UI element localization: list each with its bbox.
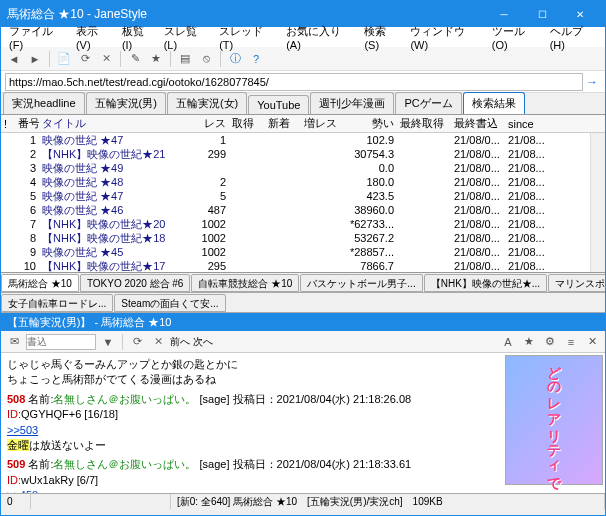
tab-olym-m[interactable]: 五輪実況(男) [86, 92, 166, 114]
status-bar: 0 [新0: 全640] 馬術総合 ★10 [五輪実況(男)/実況ch] 109… [1, 493, 605, 509]
col-since[interactable]: since [505, 118, 549, 130]
fwd-icon[interactable]: ► [26, 50, 44, 68]
table-row[interactable]: 3映像の世紀 ★490.021/08/0...21/08... [1, 161, 605, 175]
menu-thread[interactable]: スレッド(T) [215, 22, 280, 53]
menu-help[interactable]: ヘルプ(H) [546, 22, 601, 53]
col-res[interactable]: レス [189, 116, 229, 131]
post-body: じゃじゃ馬ぐるーみんアップとか銀の匙とかに ちょこっと馬術部がでてくる漫画はある… [7, 357, 467, 388]
menubar: ファイル(F) 表示(V) 板覧(I) スレ覧(L) スレッド(T) お気に入り… [1, 27, 605, 47]
thread-tab[interactable]: 自転車競技総合 ★10 [191, 274, 299, 292]
post-id-label: ID: [7, 408, 21, 420]
table-row[interactable]: 5映像の世紀 ★475423.521/08/0...21/08... [1, 189, 605, 203]
col-mark[interactable]: ! [1, 118, 15, 130]
menu-threadlist[interactable]: スレ覧(L) [160, 22, 214, 53]
ad-image[interactable]: どのレアリティで [505, 355, 603, 485]
reload-icon[interactable]: ⟳ [128, 333, 146, 351]
col-inc[interactable]: 増レス [301, 116, 337, 131]
menu-search[interactable]: 検索(S) [360, 22, 404, 53]
post-number[interactable]: 508 [7, 393, 25, 405]
tab-manga[interactable]: 週刊少年漫画 [310, 92, 394, 114]
board-tabs: 実況headline 五輪実況(男) 五輪実況(女) YouTube 週刊少年漫… [1, 93, 605, 115]
go-button[interactable]: → [583, 75, 601, 89]
next-button[interactable]: 次へ [193, 335, 213, 349]
thread-tab[interactable]: TOKYO 2020 総合 #6 [80, 274, 191, 292]
write-icon[interactable]: ✎ [126, 50, 144, 68]
status-blank [31, 494, 171, 509]
menu-window[interactable]: ウィンドウ(W) [406, 22, 485, 53]
tab-pcgame[interactable]: PCゲーム [395, 92, 461, 114]
reader-toolbar: ✉ ▼ ⟳ ⨯ 前へ 次へ A ★ ⚙ ≡ ✕ [1, 331, 605, 353]
stop2-icon[interactable]: ⨯ [149, 333, 167, 351]
post-number[interactable]: 509 [7, 458, 25, 470]
tool-fav-icon[interactable]: ★ [520, 333, 538, 351]
table-row[interactable]: 7【NHK】映像の世紀★201002*62733...21/08/0...21/… [1, 217, 605, 231]
star-icon[interactable]: ★ [147, 50, 165, 68]
status-1: 0 [1, 494, 31, 509]
col-pow[interactable]: 勢い [337, 116, 397, 131]
list-rows: 1映像の世紀 ★471102.921/08/0...21/08...2【NHK】… [1, 133, 605, 273]
table-row[interactable]: 6映像の世紀 ★4648738960.021/08/0...21/08... [1, 203, 605, 217]
back-icon[interactable]: ◄ [5, 50, 23, 68]
stop-icon[interactable]: ⨯ [97, 50, 115, 68]
post-name[interactable]: 名無しさん＠お腹いっぱい。 [53, 458, 196, 470]
tab-search-result[interactable]: 検索結果 [463, 92, 525, 114]
tab-headline[interactable]: 実況headline [3, 92, 85, 114]
info-icon[interactable]: ⓘ [226, 50, 244, 68]
post-id-label: ID: [7, 474, 21, 486]
anchor-link[interactable]: >>503 [7, 424, 38, 436]
col-lw[interactable]: 最終書込 [451, 116, 505, 131]
anchor-link[interactable]: >>458 [7, 489, 38, 493]
search-down-icon[interactable]: ▼ [99, 333, 117, 351]
menu-tools[interactable]: ツール(O) [488, 22, 544, 53]
menu-board[interactable]: 板覧(I) [118, 22, 158, 53]
doc-icon[interactable]: 📄 [55, 50, 73, 68]
thread-tabs-1: 馬術総合 ★10 TOKYO 2020 総合 #6 自転車競技総合 ★10 バス… [1, 273, 605, 293]
reply-icon[interactable]: ✉ [5, 333, 23, 351]
thread-tab[interactable]: Steamの面白くて安... [114, 294, 225, 312]
thread-content[interactable]: どのレアリティで じゃじゃ馬ぐるーみんアップとか銀の匙とかに ちょこっと馬術部が… [1, 353, 605, 493]
url-bar: → [1, 71, 605, 93]
table-row[interactable]: 9映像の世紀 ★451002*28857...21/08/0...21/08..… [1, 245, 605, 259]
col-get[interactable]: 取得 [229, 116, 265, 131]
prev-button[interactable]: 前へ [170, 335, 190, 349]
reader-search-input[interactable] [26, 334, 96, 350]
post-509: 509 名前:名無しさん＠お腹いっぱい。 [sage] 投稿日：2021/08/… [7, 457, 467, 493]
refresh-icon[interactable]: ⟳ [76, 50, 94, 68]
thread-tab[interactable]: マリンスポーツ総合 P... [548, 274, 605, 292]
list-scrollbar[interactable] [590, 133, 605, 272]
col-new[interactable]: 新着 [265, 116, 301, 131]
thread-list: ! 番号 タイトル レス 取得 新着 増レス 勢い 最終取得 最終書込 sinc… [1, 115, 605, 273]
table-row[interactable]: 2【NHK】映像の世紀★2129930754.321/08/0...21/08.… [1, 147, 605, 161]
table-row[interactable]: 8【NHK】映像の世紀★18100253267.221/08/0...21/08… [1, 231, 605, 245]
thread-title-bar: 【五輪実況(男)】 - 馬術総合 ★10 [1, 313, 605, 331]
table-row[interactable]: 1映像の世紀 ★471102.921/08/0...21/08... [1, 133, 605, 147]
post-name[interactable]: 名無しさん＠お腹いっぱい。 [53, 393, 196, 405]
col-title[interactable]: タイトル [39, 116, 189, 131]
abone-icon[interactable]: ⦸ [197, 50, 215, 68]
table-row[interactable]: 4映像の世紀 ★482180.021/08/0...21/08... [1, 175, 605, 189]
tab-olym-f[interactable]: 五輪実況(女) [167, 92, 247, 114]
col-last[interactable]: 最終取得 [397, 116, 451, 131]
help-icon[interactable]: ? [247, 50, 265, 68]
list-header: ! 番号 タイトル レス 取得 新着 増レス 勢い 最終取得 最終書込 sinc… [1, 115, 605, 133]
tool-x-icon[interactable]: ✕ [583, 333, 601, 351]
tab-youtube[interactable]: YouTube [248, 95, 309, 114]
menu-file[interactable]: ファイル(F) [5, 22, 70, 53]
status-info: [新0: 全640] 馬術総合 ★10 [五輪実況(男)/実況ch] 109KB [171, 494, 605, 509]
table-row[interactable]: 10【NHK】映像の世紀★172957866.721/08/0...21/08.… [1, 259, 605, 273]
menu-fav[interactable]: お気に入り(A) [282, 22, 358, 53]
thread-tab[interactable]: 女子自転車ロードレ... [1, 294, 113, 312]
post-id[interactable]: QGYHQF+6 [21, 408, 81, 420]
post-id[interactable]: wUx1akRy [21, 474, 74, 486]
tool-a-icon[interactable]: A [499, 333, 517, 351]
url-input[interactable] [5, 73, 583, 91]
window-title: 馬術総合 ★10 - JaneStyle [7, 6, 485, 23]
thread-tab[interactable]: バスケットボール男子... [300, 274, 422, 292]
tool-cfg-icon[interactable]: ⚙ [541, 333, 559, 351]
thread-tab[interactable]: 馬術総合 ★10 [1, 274, 79, 292]
menu-view[interactable]: 表示(V) [72, 22, 116, 53]
tool-res-icon[interactable]: ≡ [562, 333, 580, 351]
col-num[interactable]: 番号 [15, 116, 39, 131]
filter-icon[interactable]: ▤ [176, 50, 194, 68]
thread-tab[interactable]: 【NHK】映像の世紀★... [424, 274, 547, 292]
